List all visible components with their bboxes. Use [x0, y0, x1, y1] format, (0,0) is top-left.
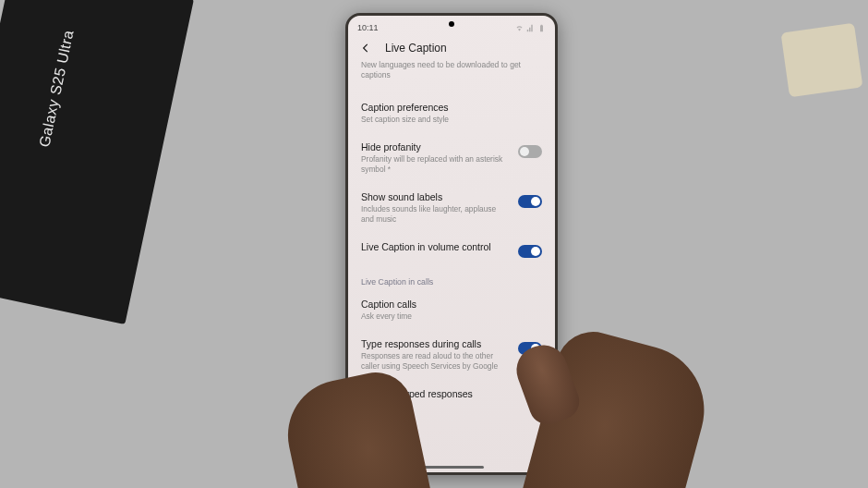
item-title: Live Caption in volume control [361, 241, 511, 253]
sound-labels-toggle[interactable] [518, 195, 542, 208]
item-title: Caption calls [361, 299, 542, 311]
language-download-hint: New languages need to be downloaded to g… [361, 60, 542, 80]
product-box [0, 0, 194, 324]
phone-screen: 10:11 Live Caption New languages need to… [348, 16, 555, 472]
signal-icon [526, 24, 535, 32]
nav-handle[interactable] [419, 466, 484, 469]
battery-icon [537, 24, 546, 32]
status-time: 10:11 [357, 23, 379, 32]
type-responses-item[interactable]: Type responses during calls Responses ar… [361, 330, 542, 380]
type-responses-toggle[interactable] [518, 342, 542, 355]
item-subtitle: Set caption size and style [361, 115, 542, 125]
item-subtitle: Responses are read aloud to the other ca… [361, 351, 511, 372]
section-header-calls: Live Caption in calls [361, 266, 542, 290]
item-title: Voice for typed responses [361, 388, 542, 400]
tool-object [781, 23, 863, 97]
info-icon[interactable] [357, 458, 367, 467]
phone-frame: 10:11 Live Caption New languages need to… [345, 13, 558, 475]
item-title: Type responses during calls [361, 338, 511, 350]
item-title: Caption preferences [361, 102, 542, 114]
hide-profanity-item[interactable]: Hide profanity Profanity will be replace… [361, 133, 542, 183]
sound-labels-item[interactable]: Show sound labels Includes sounds like l… [361, 183, 542, 233]
item-subtitle: Ask every time [361, 311, 542, 322]
status-icons [515, 24, 546, 32]
item-subtitle: Profanity will be replaced with an aster… [361, 154, 511, 175]
camera-hole [449, 21, 454, 27]
volume-control-item[interactable]: Live Caption in volume control [361, 233, 542, 266]
item-subtitle: Includes sounds like laughter, applause … [361, 204, 511, 225]
caption-calls-item[interactable]: Caption calls Ask every time [361, 290, 542, 330]
volume-control-toggle[interactable] [518, 245, 542, 258]
caption-preferences-item[interactable]: Caption preferences Set caption size and… [361, 93, 542, 133]
back-arrow-icon[interactable] [359, 42, 372, 55]
voice-typed-responses-item[interactable]: Voice for typed responses [361, 380, 542, 409]
page-title: Live Caption [385, 42, 447, 55]
item-title: Show sound labels [361, 191, 511, 203]
item-title: Hide profanity [361, 141, 511, 153]
wifi-icon [515, 24, 524, 32]
hide-profanity-toggle[interactable] [518, 145, 542, 158]
app-header: Live Caption [348, 36, 555, 60]
svg-point-2 [362, 460, 363, 461]
settings-content: New languages need to be downloaded to g… [348, 60, 555, 409]
